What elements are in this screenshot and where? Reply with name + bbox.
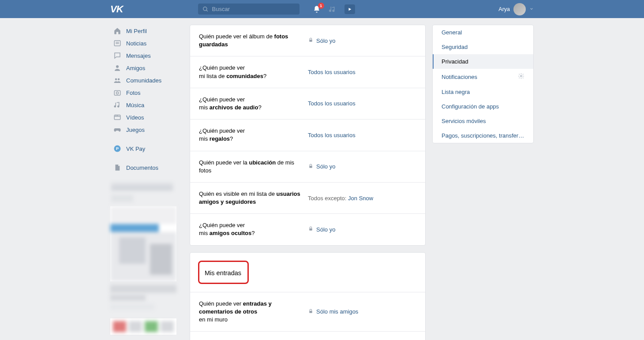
nav-amigos[interactable]: Amigos xyxy=(110,62,183,74)
privacy-row: ¿Quién puede vermis regalos?Todos los us… xyxy=(190,120,425,151)
photo-icon xyxy=(113,89,122,97)
blurred-content xyxy=(110,206,176,281)
svg-line-1 xyxy=(206,10,207,11)
settings-tab-label: Lista negra xyxy=(442,89,470,95)
settings-tab-lista-negra[interactable]: Lista negra xyxy=(433,85,533,99)
nav-label: Mi Perfil xyxy=(126,28,147,34)
privacy-row: ¿Quién puede vermis amigos ocultos?Sólo … xyxy=(190,214,425,245)
privacy-row: Quién puede ver la ubicación de mis foto… xyxy=(190,151,425,183)
privacy-panel-1: Quién puede ver el álbum de fotos guarda… xyxy=(190,25,426,246)
lock-icon xyxy=(308,163,314,170)
blurred-content xyxy=(110,318,176,335)
left-sidebar: Mi PerfilNoticiasMensajesAmigosComunidad… xyxy=(110,25,183,335)
nav-vk-pay[interactable]: VK Pay xyxy=(110,142,183,155)
nav-label: VK Pay xyxy=(126,146,145,152)
privacy-panel-2: Mis entradas Quién puede ver entradas y … xyxy=(190,252,426,340)
privacy-value[interactable]: Todos excepto: Jon Snow xyxy=(308,195,416,202)
settings-tab-label: Servicios móviles xyxy=(442,118,486,124)
section-title-highlighted: Mis entradas xyxy=(198,261,249,284)
settings-tab-general[interactable]: General xyxy=(433,25,533,40)
nav-label: Noticias xyxy=(126,40,146,47)
settings-tab-label: Notificaciones xyxy=(442,74,477,80)
privacy-row: Quién puede ver entradas y comentarios d… xyxy=(190,292,425,332)
game-icon xyxy=(113,126,122,134)
lock-icon xyxy=(308,226,314,233)
chevron-down-icon xyxy=(529,6,534,12)
privacy-label: ¿Quién puede vermi lista de comunidades? xyxy=(199,64,303,80)
news-icon xyxy=(113,39,122,47)
privacy-row: ¿Quién puede vermi lista de comunidades?… xyxy=(190,56,425,88)
privacy-value[interactable]: Sólo yo xyxy=(308,226,416,233)
music-header-icon[interactable] xyxy=(329,5,337,13)
settings-tab-servicios-m-viles[interactable]: Servicios móviles xyxy=(433,114,533,128)
notification-badge: 1 xyxy=(318,3,324,9)
settings-tab-privacidad[interactable]: Privacidad xyxy=(433,54,533,69)
blurred-content xyxy=(111,195,133,202)
settings-tab-label: Configuración de apps xyxy=(442,103,499,110)
privacy-label: Quién es visible en mi lista de usuarios… xyxy=(199,190,303,206)
nav-label: Juegos xyxy=(126,127,145,133)
music-icon xyxy=(113,101,122,109)
privacy-row: Quién puede ver el álbum de fotos guarda… xyxy=(190,25,425,56)
settings-tab-configuraci-n-de-apps[interactable]: Configuración de apps xyxy=(433,99,533,114)
video-play-button[interactable] xyxy=(344,4,355,14)
privacy-label: ¿Quién puede vermis amigos ocultos? xyxy=(199,221,303,237)
blurred-content xyxy=(111,183,173,191)
privacy-row: Quién puedepublicar en mi muroSólo mis a… xyxy=(190,332,425,340)
privacy-value[interactable]: Sólo mis amigos xyxy=(308,308,416,315)
video-icon xyxy=(113,113,122,121)
user-menu[interactable]: Arya xyxy=(498,3,534,15)
nav-label: Vídeos xyxy=(126,114,144,121)
pay-icon xyxy=(113,145,122,153)
settings-tab-label: Privacidad xyxy=(442,58,468,65)
nav-fotos[interactable]: Fotos xyxy=(110,86,183,99)
nav-comunidades[interactable]: Comunidades xyxy=(110,74,183,86)
search-box[interactable] xyxy=(198,4,300,15)
top-header: VK 1 Arya xyxy=(0,0,644,18)
nav-juegos[interactable]: Juegos xyxy=(110,123,183,136)
lock-icon xyxy=(308,37,314,44)
privacy-value[interactable]: Sólo yo xyxy=(308,163,416,170)
nav-música[interactable]: Música xyxy=(110,99,183,111)
settings-tab-notificaciones[interactable]: Notificaciones xyxy=(433,69,533,85)
settings-tab-label: General xyxy=(442,29,462,36)
nav-label: Fotos xyxy=(126,90,141,96)
vk-logo[interactable]: VK xyxy=(110,4,123,15)
friend-icon xyxy=(113,64,122,72)
avatar xyxy=(513,3,526,15)
svg-point-0 xyxy=(203,7,206,10)
user-name: Arya xyxy=(498,6,510,12)
settings-sidebar: GeneralSeguridadPrivacidadNotificaciones… xyxy=(432,25,534,143)
privacy-row: Quién es visible en mi lista de usuarios… xyxy=(190,183,425,214)
privacy-row: ¿Quién puede vermis archivos de audio?To… xyxy=(190,88,425,120)
nav-mensajes[interactable]: Mensajes xyxy=(110,49,183,62)
privacy-label: Quién puede ver el álbum de fotos guarda… xyxy=(199,33,303,49)
nav-vídeos[interactable]: Vídeos xyxy=(110,111,183,123)
search-icon xyxy=(202,6,209,12)
settings-tab-label: Seguridad xyxy=(442,44,468,50)
privacy-value[interactable]: Todos los usuarios xyxy=(308,132,416,138)
nav-noticias[interactable]: Noticias xyxy=(110,37,183,49)
privacy-value[interactable]: Todos los usuarios xyxy=(308,69,416,75)
nav-label: Documentos xyxy=(126,164,158,171)
search-input[interactable] xyxy=(212,6,295,12)
nav-mi-perfil[interactable]: Mi Perfil xyxy=(110,25,183,37)
privacy-value[interactable]: Todos los usuarios xyxy=(308,100,416,107)
nav-label: Amigos xyxy=(126,65,145,71)
message-icon xyxy=(113,52,122,60)
nav-label: Música xyxy=(126,102,144,108)
gear-icon[interactable] xyxy=(518,73,524,81)
privacy-value[interactable]: Sólo yo xyxy=(308,37,416,44)
privacy-label: Quién puede ver entradas y comentarios d… xyxy=(199,300,303,324)
community-icon xyxy=(113,76,122,84)
nav-label: Mensajes xyxy=(126,52,151,59)
settings-tab-pagos-suscripciones-transferencias[interactable]: Pagos, suscripciones, transferencias xyxy=(433,128,533,143)
settings-tab-label: Pagos, suscripciones, transferencias xyxy=(442,132,524,139)
settings-tab-seguridad[interactable]: Seguridad xyxy=(433,40,533,54)
home-icon xyxy=(113,27,122,35)
nav-documentos[interactable]: Documentos xyxy=(110,161,183,174)
privacy-label: ¿Quién puede vermis regalos? xyxy=(199,127,303,143)
privacy-label: ¿Quién puede vermis archivos de audio? xyxy=(199,96,303,112)
notifications-button[interactable]: 1 xyxy=(313,5,321,13)
lock-icon xyxy=(308,308,314,315)
